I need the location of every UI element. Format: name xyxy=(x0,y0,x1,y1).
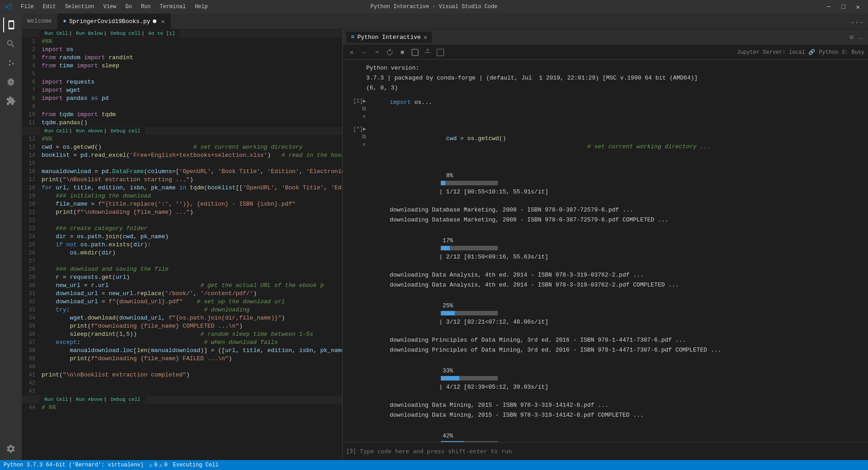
line-content-10: from tqdm import tqdm xyxy=(40,111,342,119)
code-line-35: 35 print(f"downloading {file_name} COMPL… xyxy=(22,322,342,330)
code-toolbar-3[interactable]: Run Cell| Run Above| Debug cell xyxy=(40,396,145,403)
code-line-29: 29 r = requests.get(url) xyxy=(22,273,342,282)
goto-link[interactable]: Go to [1] xyxy=(148,31,175,36)
tab-close-button[interactable]: ✕ xyxy=(161,18,165,25)
clear-toolbar-button[interactable] xyxy=(410,47,420,58)
line-number-27: 27 xyxy=(22,257,40,265)
code-line-30: 30 new_url = r.url # get the actual URL … xyxy=(22,282,342,290)
progress-text-3b: downloading Principles of Data Mining, 3… xyxy=(366,345,844,355)
line-number-11: 11 xyxy=(22,119,40,127)
menu-go[interactable]: Go xyxy=(122,3,135,11)
line-number-19: 19 xyxy=(22,192,40,200)
cell-toolbar-2: Run Cell| Run Above| Debug cell xyxy=(22,127,342,135)
stop-toolbar-button[interactable]: ■ xyxy=(397,47,408,58)
cell-2-delete-btn[interactable]: ✕ xyxy=(363,141,366,148)
status-executing[interactable]: Executing Cell xyxy=(173,462,219,468)
activity-debug[interactable] xyxy=(3,74,19,89)
debug-cell-link[interactable]: Debug cell xyxy=(111,31,141,36)
kernel-info[interactable]: Python 3: Busy xyxy=(819,49,864,56)
progress-text-1a: downloading Database Marketing, 2008 - I… xyxy=(366,205,844,215)
line-number-9: 9 xyxy=(22,103,40,111)
activity-settings[interactable] xyxy=(3,441,19,456)
menu-run[interactable]: Run xyxy=(137,3,155,11)
menu-edit[interactable]: Edit xyxy=(39,3,60,11)
code-lines[interactable]: Run Cell| Run Below| Debug cell| Go to [… xyxy=(22,29,342,460)
code-toolbar-2[interactable]: Run Cell| Run Above| Debug cell xyxy=(40,127,145,135)
status-python-version[interactable]: Python 3.7.3 64-bit ('Bernard': virtuale… xyxy=(4,462,144,468)
line-content-31: download_url = new_url.replace('/book/',… xyxy=(40,290,342,298)
code-area: Run Cell| Run Below| Debug cell| Go to [… xyxy=(22,29,342,460)
run-cell-link-2[interactable]: Run Cell xyxy=(44,128,68,134)
cell-1-delete-btn[interactable]: ✕ xyxy=(363,113,366,120)
cell-1-code: import os... xyxy=(366,98,864,108)
tab-more-button[interactable]: ... xyxy=(846,17,868,25)
status-errors[interactable]: ⚠ 0 ⚠ 0 xyxy=(149,462,168,469)
editor-area: Welcome ● SpringerCovid19Books.py ✕ ... xyxy=(22,14,868,460)
code-input-field[interactable] xyxy=(360,448,864,455)
cell-1-label: [1]▶ xyxy=(353,98,366,104)
run-above-link-2[interactable]: Run Above xyxy=(76,397,103,402)
interactive-tab[interactable]: ≡ Python Interactive ✕ xyxy=(346,32,432,43)
activity-explorer[interactable] xyxy=(3,17,19,33)
line-number-8: 8 xyxy=(22,94,40,103)
line-number-17: 17 xyxy=(22,176,40,184)
run-above-link[interactable]: Run Above xyxy=(76,128,103,134)
more-actions-button[interactable]: … xyxy=(857,33,864,42)
run-cell-link[interactable]: Run Cell xyxy=(44,31,68,36)
redo-toolbar-button[interactable]: ↷ xyxy=(372,47,382,58)
cell-2-copy-btn[interactable]: ⧉ xyxy=(362,133,366,141)
menu-view[interactable]: View xyxy=(99,3,120,11)
code-line-24: 24 dir = os.path.join(cwd, pk_name) xyxy=(22,233,342,241)
jupyter-server-info[interactable]: Jupyter Server: local 🔗 xyxy=(737,49,815,56)
interactive-panel: ≡ Python Interactive ✕ ⊟ … ✕ ← ↷ xyxy=(343,29,868,460)
cell-1-wrap: [1]▶ ⧉ ✕ import os... xyxy=(343,97,868,121)
progress-bar-1 xyxy=(441,181,498,185)
expand-toolbar-button[interactable] xyxy=(422,47,433,58)
line-content-11: tqdm.pandas() xyxy=(40,119,342,127)
restart-toolbar-button[interactable] xyxy=(384,47,395,58)
code-toolbar-1[interactable]: Run Cell| Run Below| Debug cell| Go to [… xyxy=(40,30,179,37)
menu-selection[interactable]: Selection xyxy=(61,3,98,11)
menu-help[interactable]: Help xyxy=(191,3,212,11)
python-file-icon: ● xyxy=(63,18,66,24)
more-toolbar-button[interactable] xyxy=(435,47,446,58)
cell-1-copy-btn[interactable]: ⧉ xyxy=(362,105,366,113)
line-number-38: 38 xyxy=(22,347,40,355)
menu-file[interactable]: File xyxy=(17,3,38,11)
interactive-tab-close-button[interactable]: ✕ xyxy=(424,33,427,41)
vscode-logo xyxy=(5,3,12,10)
code-line-38: 38 manualdownload.loc[len(manualdownload… xyxy=(22,347,342,355)
menu-terminal[interactable]: Terminal xyxy=(156,3,189,11)
code-line-1: 1 #%% xyxy=(22,38,342,46)
line-number-5: 5 xyxy=(22,70,40,78)
line-content-23: ### create category folder xyxy=(40,225,342,233)
line-content-20: file_name = f"{title.replace(':', '')}, … xyxy=(40,200,342,208)
cell-2-code: cwd = os.getcwd() # set current working … xyxy=(366,126,864,160)
code-line-12: 12 #%% xyxy=(22,135,342,143)
code-line-3: 3 from random import randint xyxy=(22,54,342,62)
debug-cell-link-3[interactable]: Debug cell xyxy=(111,397,141,402)
activity-extensions[interactable] xyxy=(3,93,19,108)
close-toolbar-button[interactable]: ✕ xyxy=(346,47,357,58)
tab-welcome[interactable]: Welcome xyxy=(22,14,58,29)
activity-source-control[interactable] xyxy=(3,55,19,70)
line-content-39: print(f"downloading {file_name} FAILED .… xyxy=(40,355,342,363)
close-button[interactable]: ✕ xyxy=(853,3,863,11)
split-editor-button[interactable]: ⊟ xyxy=(848,33,855,42)
window-controls[interactable]: ─ □ ✕ xyxy=(823,3,863,11)
error-count: 0 xyxy=(154,462,157,468)
line-number-18: 18 xyxy=(22,184,40,192)
editor-content: Run Cell| Run Below| Debug cell| Go to [… xyxy=(22,29,868,460)
run-below-link[interactable]: Run Below xyxy=(76,31,103,36)
debug-cell-link-2[interactable]: Debug cell xyxy=(111,128,141,134)
tab-editor[interactable]: ● SpringerCovid19Books.py ✕ xyxy=(58,14,171,29)
back-toolbar-button[interactable]: ← xyxy=(359,47,370,58)
maximize-button[interactable]: □ xyxy=(838,3,849,11)
line-number-29: 29 xyxy=(22,273,40,282)
line-content-29: r = requests.get(url) xyxy=(40,273,342,282)
code-line-23: 23 ### create category folder xyxy=(22,225,342,233)
activity-search[interactable] xyxy=(3,36,19,52)
menu-bar[interactable]: File Edit Selection View Go Run Terminal… xyxy=(17,3,212,11)
minimize-button[interactable]: ─ xyxy=(823,3,834,11)
run-cell-link-3[interactable]: Run Cell xyxy=(44,397,68,402)
